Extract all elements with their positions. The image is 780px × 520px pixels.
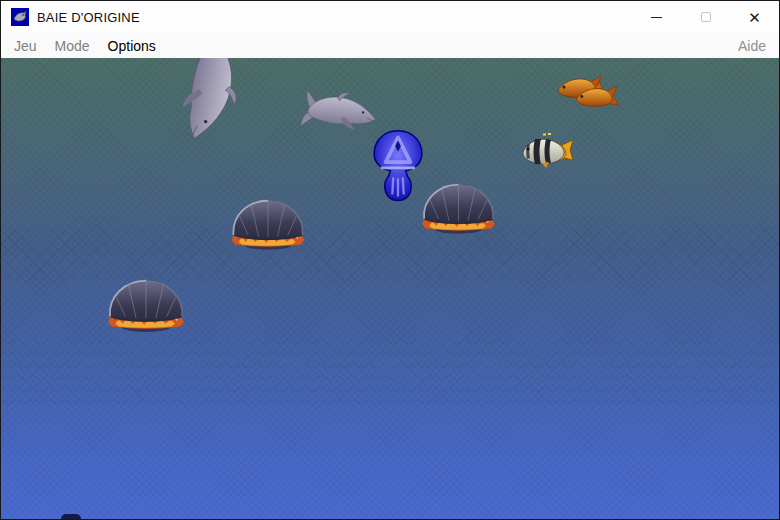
close-icon: ✕	[748, 10, 761, 25]
menu-jeu[interactable]: Jeu	[5, 36, 46, 56]
menu-options[interactable]: Options	[99, 36, 165, 56]
close-button[interactable]: ✕	[730, 1, 779, 33]
app-window: BAIE D'ORIGINE ✕ Jeu Mode Options Aide	[0, 0, 780, 520]
clam-upper-left-sprite[interactable]	[224, 192, 312, 254]
app-icon	[11, 8, 29, 26]
water-wave-band	[1, 326, 779, 410]
maximize-icon	[701, 12, 711, 22]
orange-fish-pair-sprite[interactable]	[550, 72, 630, 114]
window-title: BAIE D'ORIGINE	[37, 10, 140, 25]
dolphin-diving-sprite[interactable]	[166, 58, 250, 148]
titlebar: BAIE D'ORIGINE ✕	[1, 1, 779, 33]
minimize-button[interactable]	[632, 1, 681, 33]
window-controls: ✕	[632, 1, 779, 33]
clownfish-sprite[interactable]	[518, 133, 574, 169]
clam-lower-left-sprite[interactable]	[101, 270, 191, 338]
menu-aide[interactable]: Aide	[729, 36, 775, 56]
creature-emerging-bottom-sprite[interactable]	[61, 514, 81, 520]
menu-mode[interactable]: Mode	[46, 36, 99, 56]
minimize-icon	[651, 17, 662, 18]
maximize-button[interactable]	[681, 1, 730, 33]
game-scene[interactable]	[1, 58, 779, 520]
clam-center-sprite[interactable]	[415, 176, 502, 238]
menubar: Jeu Mode Options Aide	[1, 33, 779, 58]
